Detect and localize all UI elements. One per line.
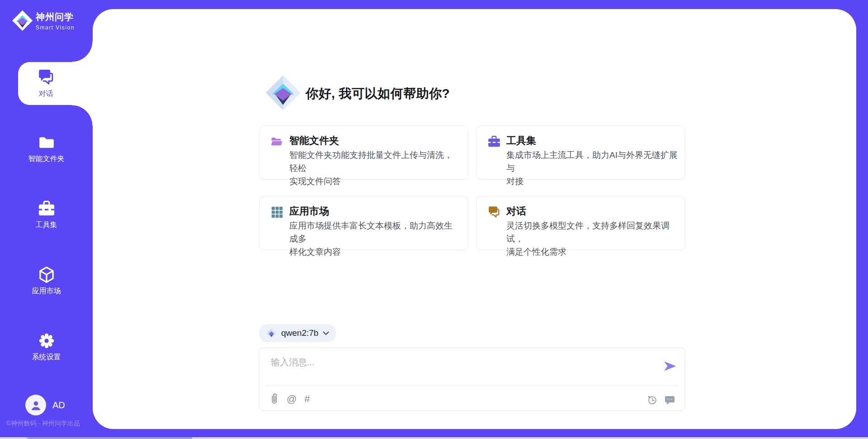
message-input[interactable] <box>270 355 656 383</box>
history-button[interactable] <box>647 395 657 405</box>
composer-divider <box>266 385 678 386</box>
topic-button[interactable]: # <box>304 394 310 404</box>
toolbox-icon <box>38 200 56 218</box>
scrollbar-thumb[interactable] <box>27 437 192 439</box>
card-title: 工具集 <box>506 134 536 148</box>
brand-text: 神州问学 Smart Vision <box>36 11 75 31</box>
sidebar-item-label: 智能文件夹 <box>28 154 65 164</box>
copyright: ©神州数码 · 神州问学出品 <box>6 420 80 428</box>
card-description: 灵活切换多模型文件，支持多样回复效果调试， 满足个性化需求 <box>506 219 678 258</box>
sidebar-item-app-market[interactable]: 应用市场 <box>0 266 93 296</box>
user-profile[interactable]: AD <box>25 395 65 415</box>
card-description: 智能文件夹功能支持批量文件上传与清洗，轻松 实现文件问答 <box>289 148 461 188</box>
brand-logo-icon <box>12 10 33 31</box>
brand: 神州问学 Smart Vision <box>12 10 75 31</box>
horizontal-scrollbar[interactable] <box>0 437 868 439</box>
brand-subtitle: Smart Vision <box>36 24 75 31</box>
person-icon <box>30 399 42 411</box>
folder-open-icon <box>270 135 284 148</box>
composer-tools-left: @ # <box>269 393 310 405</box>
card-title: 应用市场 <box>289 205 329 218</box>
card-description: 集成市场上主流工具，助力AI与外界无缝扩展与 对接 <box>506 148 678 188</box>
app-window: 神州问学 Smart Vision 智能文件夹 工具集 应用市场 系统设置 AD… <box>0 0 868 439</box>
greeting-logo-icon <box>265 75 301 111</box>
chat-bubbles-icon <box>487 205 501 219</box>
conversations-button[interactable] <box>665 395 675 405</box>
mention-button[interactable]: @ <box>287 394 297 404</box>
user-name: AD <box>52 400 65 410</box>
sidebar-item-label: 系统设置 <box>32 353 61 362</box>
chevron-down-icon <box>323 331 329 335</box>
chat-bubble-filled-icon <box>665 395 675 405</box>
card-title: 对话 <box>506 205 526 218</box>
history-icon <box>647 395 657 405</box>
sidebar-item-smart-folder[interactable]: 智能文件夹 <box>0 134 93 164</box>
gear-icon <box>38 332 56 350</box>
greeting-title: 你好, 我可以如何帮助你? <box>306 85 450 102</box>
send-icon[interactable] <box>663 361 677 372</box>
grid-icon <box>270 205 284 219</box>
model-logo-icon <box>266 328 277 339</box>
card-description: 应用市场提供丰富长文本模板，助力高效生成多 样化文章内容 <box>289 219 461 258</box>
toolbox-icon <box>487 135 501 148</box>
attach-file-button[interactable] <box>269 393 279 405</box>
folder-icon <box>38 134 56 152</box>
brand-name: 神州问学 <box>36 11 75 23</box>
avatar <box>25 395 46 415</box>
composer-tools-right <box>647 395 675 405</box>
feature-card-toolset[interactable]: 工具集 集成市场上主流工具，助力AI与外界无缝扩展与 对接 <box>476 125 685 180</box>
paperclip-icon <box>269 393 279 405</box>
model-selector-button[interactable]: qwen2:7b <box>259 324 336 342</box>
sidebar-item-settings[interactable]: 系统设置 <box>0 332 93 362</box>
card-title: 智能文件夹 <box>289 134 339 148</box>
sidebar-item-toolset[interactable]: 工具集 <box>0 200 93 230</box>
sidebar-item-label: 工具集 <box>36 220 57 230</box>
at-icon: @ <box>287 394 297 404</box>
feature-card-chat[interactable]: 对话 灵活切换多模型文件，支持多样回复效果调试， 满足个性化需求 <box>476 196 685 250</box>
cube-icon <box>38 266 56 284</box>
composer: @ # <box>259 348 685 411</box>
feature-card-app-market[interactable]: 应用市场 应用市场提供丰富长文本模板，助力高效生成多 样化文章内容 <box>259 196 468 250</box>
sidebar-item-label: 应用市场 <box>32 286 61 296</box>
hash-icon: # <box>304 394 310 404</box>
sidebar: 神州问学 Smart Vision 智能文件夹 工具集 应用市场 系统设置 AD… <box>0 0 93 439</box>
model-name: qwen2:7b <box>281 328 318 338</box>
feature-card-smart-folder[interactable]: 智能文件夹 智能文件夹功能支持批量文件上传与清洗，轻松 实现文件问答 <box>259 125 468 180</box>
